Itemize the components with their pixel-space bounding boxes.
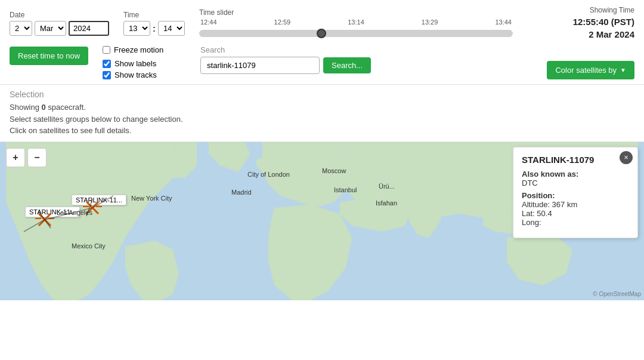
slider-bar: [199, 30, 513, 37]
showing-time-label: Showing Time: [527, 6, 634, 14]
sat-info-close-button[interactable]: ×: [620, 151, 633, 164]
selection-line3: Click on satellites to see full details.: [10, 125, 634, 137]
show-labels-item[interactable]: Show labels: [103, 59, 186, 68]
time-group: Time 13 : 14: [123, 11, 185, 36]
search-label: Search: [200, 45, 371, 54]
position-label: Position:: [522, 191, 555, 200]
map-container[interactable]: + − STARLINK-11... STARLINK-11...: [0, 142, 644, 300]
dropdown-arrow-icon: ▼: [620, 67, 626, 73]
sat-info-position: Position: Altitude: 367 km Lat: 50.4 Lon…: [522, 191, 629, 227]
time-slider-group: Time slider 12:44 12:59 13:14 13:29 13:4…: [199, 8, 513, 39]
time-inputs: 13 : 14: [123, 21, 185, 36]
slider-thumb[interactable]: [317, 29, 326, 38]
show-tracks-checkbox[interactable]: [103, 71, 111, 79]
year-input[interactable]: 2024: [69, 21, 109, 36]
also-known-as-value: DTC: [522, 179, 538, 187]
zoom-in-button[interactable]: +: [6, 148, 25, 167]
city-madrid: Madrid: [231, 189, 252, 196]
minute-select[interactable]: 14: [158, 21, 185, 36]
day-select[interactable]: 2: [10, 21, 32, 36]
city-istanbul: Istanbul: [334, 186, 357, 193]
zoom-out-button[interactable]: −: [27, 148, 47, 167]
month-select[interactable]: Mar: [35, 21, 66, 36]
freeze-checkbox[interactable]: [103, 46, 110, 54]
show-tracks-item[interactable]: Show tracks: [103, 70, 186, 79]
slider-label-3: 13:29: [422, 19, 438, 26]
lat-value: 50.4: [537, 209, 552, 218]
time-label: Time: [123, 11, 185, 19]
city-mexico: Mexico City: [72, 242, 106, 250]
slider-track[interactable]: [199, 28, 513, 39]
sat-info-panel: × STARLINK-11079 Also known as: DTC Posi…: [513, 147, 638, 238]
slider-label-1: 12:59: [274, 19, 291, 26]
showing-time-date: 2 Mar 2024: [527, 28, 634, 41]
showing-time-value: 12:55:40 (PST) 2 Mar 2024: [527, 16, 634, 41]
also-known-as-label: Also known as:: [522, 170, 578, 179]
selection-count: 0: [41, 103, 45, 112]
search-button[interactable]: Search...: [323, 57, 371, 73]
selection-info: Showing 0 spacecraft. Select satellites …: [10, 101, 634, 137]
show-labels-label: Show labels: [114, 59, 156, 68]
selection-panel: Selection Showing 0 spacecraft. Select s…: [0, 85, 644, 142]
slider-label-2: 13:14: [348, 19, 364, 26]
time-slider-label: Time slider: [199, 8, 513, 17]
watermark: © OpenStreetMap: [593, 291, 641, 297]
lat-label: Lat:: [522, 209, 535, 218]
city-moscow: Moscow: [322, 167, 346, 174]
sat-info-title: STARLINK-11079: [522, 155, 629, 165]
city-isfahan: Isfahan: [376, 199, 397, 207]
zoom-controls: + −: [6, 148, 47, 167]
slider-label-0: 12:44: [200, 19, 217, 26]
city-la: Los Angeles: [57, 209, 92, 216]
selection-spacecraft: spacecraft.: [46, 103, 86, 112]
freeze-label: Freeze motion: [114, 45, 163, 54]
color-satellites-button[interactable]: Color satellites by ▼: [547, 61, 634, 79]
reset-time-button[interactable]: Reset time to now: [10, 47, 88, 65]
date-label: Date: [10, 11, 109, 19]
sat-info-also-known-as: Also known as: DTC: [522, 170, 629, 187]
altitude-label: Altitude:: [522, 200, 550, 209]
search-row: starlink-11079 Search...: [200, 57, 371, 74]
search-group: Search starlink-11079 Search...: [200, 45, 371, 74]
altitude-value: 367 km: [552, 200, 578, 209]
checkboxes-group: Freeze motion Show labels Show tracks: [103, 45, 186, 79]
date-group: Date 2 Mar 2024: [10, 11, 109, 36]
showing-time-clock: 12:55:40 (PST): [527, 16, 634, 28]
selection-title: Selection: [10, 90, 634, 99]
city-uru: Ürü...: [379, 183, 395, 190]
search-input[interactable]: starlink-11079: [200, 57, 320, 74]
city-nyc: New York City: [131, 195, 172, 202]
long-label: Long:: [522, 218, 541, 227]
time-separator: :: [153, 23, 156, 33]
color-satellites-label: Color satellites by: [555, 66, 617, 75]
slider-labels: 12:44 12:59 13:14 13:29 13:44: [199, 19, 513, 26]
show-labels-checkbox[interactable]: [103, 60, 111, 68]
sat-label-text-1: STARLINK-11...: [72, 195, 126, 205]
selection-showing: Showing: [10, 103, 41, 112]
selection-line2: Select satellites groups below to change…: [10, 113, 634, 125]
showing-time-group: Showing Time 12:55:40 (PST) 2 Mar 2024: [527, 6, 634, 41]
top-panel: Date 2 Mar 2024 Time 13 : 14: [0, 0, 644, 85]
freeze-row: Freeze motion: [103, 45, 186, 54]
city-london: City of London: [247, 171, 290, 178]
show-tracks-label: Show tracks: [114, 70, 157, 79]
date-inputs: 2 Mar 2024: [10, 21, 109, 36]
slider-label-4: 13:44: [495, 19, 512, 26]
row2: Reset time to now Freeze motion Show lab…: [10, 45, 634, 79]
selection-line1: Showing 0 spacecraft.: [10, 101, 634, 113]
hour-select[interactable]: 13: [123, 21, 150, 36]
row1: Date 2 Mar 2024 Time 13 : 14: [10, 6, 634, 41]
